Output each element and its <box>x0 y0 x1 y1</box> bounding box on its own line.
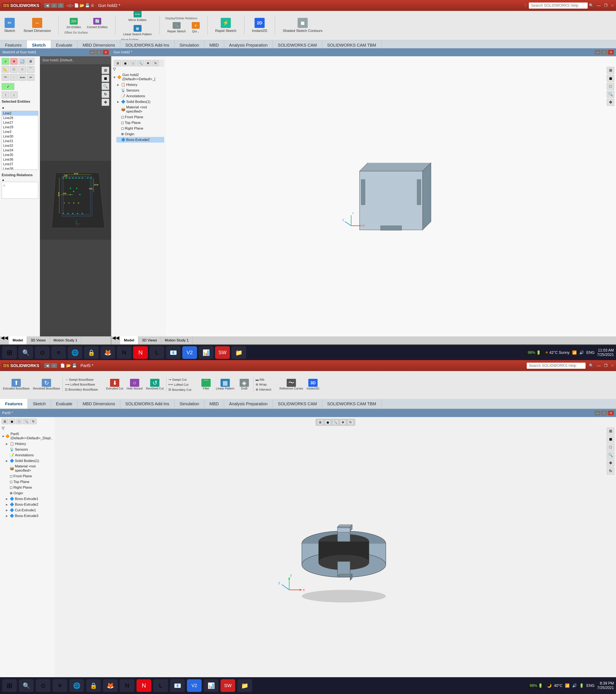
p5-vp-zoom[interactable]: 🔍 <box>332 420 339 425</box>
p5-rt-4[interactable]: 🔍 <box>607 452 614 459</box>
tree-origin-1[interactable]: ⊕ Origin <box>116 131 164 137</box>
p5-sensors[interactable]: 📡 Sensors <box>5 446 53 452</box>
accept-btn[interactable]: ✓ <box>2 83 14 90</box>
view-orient-btn[interactable]: ⊞ <box>102 67 109 74</box>
nav-fwd[interactable]: ▷ <box>70 3 73 8</box>
ctrl-point[interactable]: · <box>10 74 18 80</box>
rb-rib[interactable]: ▬ Rib <box>254 377 273 382</box>
p5-material[interactable]: 📦 Material <not specified> <box>5 464 53 473</box>
ghold2-wc-min[interactable]: — <box>595 50 600 55</box>
mirror-btn[interactable]: ⟺ Mirror Entities <box>121 11 154 23</box>
tb-btn-1[interactable]: ◀ <box>44 3 50 8</box>
btab-3dviews-gh2[interactable]: 3D Views <box>138 336 161 344</box>
tree-history-1[interactable]: ▶ 📋 History <box>116 82 164 88</box>
p5-tab-features[interactable]: Features <box>0 399 28 409</box>
p5-boss3[interactable]: ▶ 🔷 Boss-Extrude3 <box>5 513 53 519</box>
ctrl-trim[interactable]: ✂ <box>27 74 34 80</box>
task-mid-8[interactable]: N <box>117 346 131 359</box>
rapid-sketch-btn[interactable]: ⚡ Rapid Sketch <box>213 17 239 34</box>
clock[interactable]: 8:39 PM 7/25/2021 <box>597 681 614 690</box>
btab-motion-gh2[interactable]: Motion Study 1 <box>161 336 193 344</box>
close-btn[interactable]: ✕ <box>611 3 614 8</box>
restore-btn[interactable]: ❐ <box>604 3 608 8</box>
ctrl-rebuild[interactable]: 🔄 <box>18 58 26 65</box>
ctrl-arc[interactable]: ⌒ <box>27 66 34 73</box>
task-mid-13[interactable]: 📊 <box>199 346 213 359</box>
p5-wc-close[interactable]: ✕ <box>608 411 614 415</box>
scroll-left[interactable]: ◀◀ <box>1 336 8 339</box>
entity-line27[interactable]: Line27 <box>2 120 38 125</box>
p5-front-plane[interactable]: ◻ Front Plane <box>5 473 53 479</box>
task-mid-12[interactable]: V2 <box>182 346 197 359</box>
entities-btn[interactable]: 2m 2m Entities <box>64 17 83 30</box>
p5-new[interactable]: 📄 <box>60 363 65 368</box>
rb-wrap[interactable]: ⊛ Wrap <box>254 382 273 387</box>
task-mid-3[interactable]: ⊙ <box>35 346 50 359</box>
vt-zoom[interactable]: 🔍 <box>137 60 144 66</box>
entity-line3[interactable]: Line3 <box>2 130 38 134</box>
p5-tab-mbd-dim[interactable]: MBD Dimensions <box>77 399 120 409</box>
rb-reference[interactable]: 〜 Reference Curves <box>278 378 304 391</box>
win-start[interactable]: ⊞ <box>2 679 17 692</box>
p5-tree-root[interactable]: ▶ 🔶 Part5 (Default<<Default>_Displ.. <box>2 431 53 441</box>
rb-fillet[interactable]: ⌒ Fillet <box>199 378 213 391</box>
p5-vp-rotate[interactable]: ↻ <box>347 420 354 425</box>
win-netflix[interactable]: N <box>137 679 151 692</box>
sketch-wc-max[interactable]: □ <box>96 50 102 55</box>
p5-vt-3[interactable]: □ <box>16 419 22 424</box>
search-btn[interactable]: 🔍 <box>589 3 594 8</box>
sketch-wc-min[interactable]: — <box>89 50 95 55</box>
p5-vt-5[interactable]: ↻ <box>30 419 37 424</box>
p5-rt-3[interactable]: □ <box>607 443 614 451</box>
win-solidworks[interactable]: SW <box>220 679 235 692</box>
vt-pan[interactable]: ✥ <box>145 60 151 66</box>
p5-tab-evaluate[interactable]: Evaluate <box>51 399 78 409</box>
search-input[interactable] <box>529 2 588 8</box>
rb-swept-boss[interactable]: → Swept Boss/Base <box>64 377 99 382</box>
win-app-l[interactable]: L <box>153 679 168 692</box>
task-mid-sw[interactable]: SW <box>215 346 230 359</box>
entity-list[interactable]: Line2 Line26 Line27 Line29 Line3 Line30 … <box>2 111 38 170</box>
win-v2[interactable]: V2 <box>187 679 202 692</box>
rb-instant3d[interactable]: 3D Instant3D <box>306 378 320 391</box>
win-taskview[interactable]: ⊙ <box>36 679 50 692</box>
entity-line31[interactable]: Line31 <box>2 139 38 143</box>
task-mid-11[interactable]: 📧 <box>166 346 181 359</box>
p5-filter-icon[interactable]: ▽ <box>2 426 5 430</box>
entity-line36[interactable]: Line36 <box>2 157 38 162</box>
task-mid-6[interactable]: 🔒 <box>84 346 99 359</box>
p5-wc-1[interactable]: — <box>595 411 600 415</box>
up-arrow-btn[interactable]: ↑ <box>2 92 9 98</box>
rb-draft[interactable]: ◈ Draft <box>237 378 252 391</box>
p5-vt-2[interactable]: ◼ <box>9 419 15 424</box>
gh2-shaded-btn[interactable]: ◼ <box>607 75 614 82</box>
ctrl-rect[interactable]: □ <box>10 66 18 73</box>
view-pan-btn[interactable]: ✥ <box>102 99 109 106</box>
entity-line29[interactable]: Line29 <box>2 125 38 130</box>
view-shaded-btn[interactable]: ◼ <box>102 75 109 82</box>
rb-extruded-boss[interactable]: ⬆ Extruded Boss/Base <box>2 378 31 391</box>
win-start-mid[interactable]: ⊞ <box>2 346 17 359</box>
rb-extruded-cut[interactable]: ⬇ Extruded Cut <box>105 378 124 391</box>
task-mid-9[interactable]: N <box>133 346 148 359</box>
rb-lofted-boss[interactable]: ⟿ Lofted Boss/Base <box>64 382 99 387</box>
convert-btn[interactable]: 🔄 Convert Entities <box>85 17 110 30</box>
win-widgets[interactable]: ≡ <box>53 679 67 692</box>
win-files[interactable]: 📁 <box>237 679 252 692</box>
tb-btn-2[interactable]: ○ <box>51 3 57 8</box>
rb-boundary-cut[interactable]: ⊟ Boundary Cut <box>167 387 193 392</box>
p5-rt-2[interactable]: ◼ <box>607 436 614 443</box>
view-zoom-btn[interactable]: 🔍 <box>102 83 109 90</box>
p5-boss1[interactable]: ▶ 🔷 Boss-Extrude1 <box>5 496 53 501</box>
smart-dim-btn[interactable]: ↔ Smart Dimension <box>21 17 53 34</box>
win-edge[interactable]: 🌐 <box>69 679 84 692</box>
search-part5-btn[interactable]: 🔍 <box>589 363 594 368</box>
ctrl-mirror[interactable]: ⟺ <box>18 74 26 80</box>
p5-tab-mbd[interactable]: MBD <box>204 399 224 409</box>
filter-icon[interactable]: ▽ <box>113 67 116 71</box>
new-doc[interactable]: 📄 <box>74 3 79 8</box>
task-mid-14[interactable]: 📁 <box>232 346 246 359</box>
ctrl-accept[interactable]: ✓ <box>2 58 9 65</box>
tree-right-plane-1[interactable]: ◻ Right Plane <box>116 126 164 131</box>
p5-vp-pan[interactable]: ✥ <box>340 420 346 425</box>
